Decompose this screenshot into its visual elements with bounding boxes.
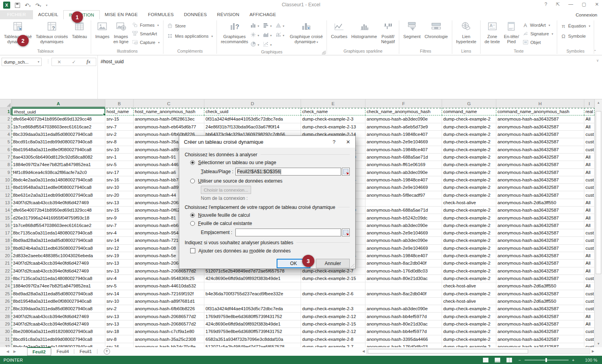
- cell-A28[interactable]: 340f7d2fcaab43ccb394e0fd6d427469: [12, 313, 105, 320]
- cell-I23[interactable]: cust: [584, 275, 595, 282]
- cell-B29[interactable]: srv-13: [105, 320, 134, 328]
- cell-C27[interactable]: anonymous-hash-6fb60b8226: [134, 305, 204, 313]
- cell-B8[interactable]: srv-5: [105, 161, 134, 168]
- ribbon-button-segment[interactable]: Segment: [401, 20, 422, 40]
- row-header-28[interactable]: 28: [0, 313, 12, 320]
- cell-H8[interactable]: anonymous-hash-aa36432587: [496, 161, 584, 168]
- cell-G24[interactable]: check-host-alive: [442, 282, 496, 290]
- cell-H28[interactable]: anonymous-hash-aa36432587: [496, 313, 584, 320]
- cell-C2[interactable]: anonymous-hash-0f628613ec: [134, 115, 204, 123]
- cell-G5[interactable]: dump-check-example-2: [442, 138, 496, 146]
- cell-I15[interactable]: All: [584, 214, 595, 221]
- cell-G18[interactable]: dump-check-example-2: [442, 237, 496, 244]
- cell-I22[interactable]: All: [584, 267, 595, 275]
- cell-I2[interactable]: All: [584, 115, 595, 123]
- cell-A22[interactable]: 340f7d2fcaab43ccb394e0fd6d427469: [12, 267, 105, 275]
- ribbon-button-smartart[interactable]: SmartArt: [130, 29, 161, 38]
- row-header-2[interactable]: 2: [0, 115, 12, 123]
- row-header-4[interactable]: 4: [0, 131, 12, 138]
- cell-A15[interactable]: d26e317996a24416955f04f759f93c18: [12, 214, 105, 221]
- cell-A27[interactable]: 8bc339daa0a311eda85d080027940ca8: [12, 305, 105, 313]
- vertical-scrollbar[interactable]: ▲ ▼: [595, 99, 602, 347]
- cell-B28[interactable]: srv-13: [105, 313, 134, 320]
- tab-mise-en-page[interactable]: MISE EN PAGE: [100, 10, 143, 19]
- cell-E25[interactable]: dump-check-example-2-6: [301, 290, 365, 298]
- cell-A31[interactable]: 8bcd91c8a0a311edb99d080027940ca8: [12, 335, 105, 343]
- ribbon-button-objet[interactable]: Objet: [521, 38, 555, 47]
- ribbon-button-zone-de-texte[interactable]: AZonede texte: [483, 20, 502, 45]
- cell-B17[interactable]: srv-4: [105, 229, 134, 237]
- cell-G11[interactable]: dump-check-example-2: [442, 184, 496, 191]
- ribbon-button-signature[interactable]: Signature▾: [521, 29, 555, 38]
- tab-accueil[interactable]: ACCUEIL: [33, 10, 63, 19]
- bar-chart-button[interactable]: ▾: [263, 22, 275, 30]
- cell-D32[interactable]: 512071c5e2b49849ed7d72ae5f657578: [204, 343, 301, 347]
- page-layout-view-icon[interactable]: [495, 358, 500, 362]
- radio-external-source[interactable]: Utiliser une source de données externes: [190, 177, 350, 185]
- cell-E32[interactable]: dump-check-example-2-7: [301, 343, 365, 347]
- row-header-7[interactable]: 7: [0, 154, 12, 161]
- ribbon-button-wordart[interactable]: AWordArt▾: [521, 21, 555, 29]
- cell-A14[interactable]: dfe65e40072b41b8950ed69d1329cc48: [12, 207, 105, 214]
- cell-B16[interactable]: srv-7: [105, 222, 134, 229]
- cell-I9[interactable]: All: [584, 169, 595, 176]
- cell-A30[interactable]: 8be20806a0a311ed9182080027940ca8: [12, 328, 105, 335]
- cell-G27[interactable]: dump-check-example-2: [442, 305, 496, 313]
- ribbon-button-store[interactable]: Store: [165, 21, 215, 31]
- row-header-24[interactable]: 24: [0, 282, 12, 290]
- cell-H21[interactable]: anonymous-hash-aa36432587: [496, 260, 584, 267]
- cell-G22[interactable]: dump-check-example-2: [442, 267, 496, 275]
- row-header-18[interactable]: 18: [0, 237, 12, 244]
- cell-H30[interactable]: anonymous-hash-aa36432587: [496, 328, 584, 335]
- cell-B32[interactable]: srv-16: [105, 343, 134, 347]
- cell-I26[interactable]: cust: [584, 298, 595, 305]
- cell-B20[interactable]: srv-19: [105, 252, 134, 260]
- zoom-percentage[interactable]: 100 %: [581, 358, 597, 362]
- cell-I19[interactable]: cust: [584, 245, 595, 252]
- cell-B7[interactable]: srv-1: [105, 154, 134, 161]
- cell-B26[interactable]: srv-10: [105, 298, 134, 305]
- row-header-12[interactable]: 12: [0, 191, 12, 199]
- vertical-scrollbar-thumb[interactable]: [596, 111, 601, 274]
- cell-H22[interactable]: anonymous-hash-aa36432587: [496, 267, 584, 275]
- normal-view-icon[interactable]: [483, 358, 488, 362]
- cell-G14[interactable]: dump-check-example-2: [442, 207, 496, 214]
- cell-E27[interactable]: dump-check-example-2-3: [301, 305, 365, 313]
- cell-H31[interactable]: anonymous-hash-aa36432587: [496, 335, 584, 343]
- cell-F23[interactable]: anonymous-hash-80e21d30ac: [365, 275, 442, 282]
- formula-content[interactable]: #host_uuid: [101, 59, 124, 64]
- cell-A2[interactable]: dfe65e40072b41b8950ed69d1329cc48: [12, 115, 105, 123]
- radio-select-range[interactable]: Sélectionner un tableau ou une plage: [190, 158, 350, 166]
- radio-new-sheet-icon[interactable]: [190, 213, 195, 218]
- radar-chart-button[interactable]: ▾: [250, 32, 263, 39]
- cell-A16[interactable]: 1b7ce868df5547038603eec61616cae2: [12, 222, 105, 229]
- row-header-6[interactable]: 6: [0, 146, 12, 154]
- cell-F31[interactable]: anonymous-hash-3395da4466: [365, 335, 442, 343]
- cell-H15[interactable]: anonymous-hash-aa36432587: [496, 214, 584, 221]
- cell-E26[interactable]: [301, 298, 365, 305]
- row-header-13[interactable]: 13: [0, 199, 12, 207]
- cell-I7[interactable]: All: [584, 154, 595, 161]
- row-header-17[interactable]: 17: [0, 229, 12, 237]
- cell-A7[interactable]: 8ae43305c6b6490d8129c92d58ca8082: [12, 154, 105, 161]
- cell-H5[interactable]: anonymous-hash-aa36432587: [496, 138, 584, 146]
- row-header-23[interactable]: 23: [0, 275, 12, 282]
- name-box-dropdown-icon[interactable]: ▾: [38, 60, 39, 64]
- sheet-tab-feuil2[interactable]: Feuil2: [27, 347, 51, 356]
- cell-F21[interactable]: anonymous-hash-8ac2db040f: [365, 260, 442, 267]
- cell-D28[interactable]: 1769d9759e8be6d3680ff5739f431752: [204, 313, 301, 320]
- cell-B13[interactable]: srv-13: [105, 199, 134, 207]
- cell-G30[interactable]: dump-check-example-2: [442, 328, 496, 335]
- cell-F32[interactable]: anonymous-hash-176d0d8c03: [365, 343, 442, 347]
- ribbon-button-equation[interactable]: πÉquation▾: [559, 21, 592, 31]
- cell-A32[interactable]: 8bdc4e2aa0a311eda148080027940ca8: [12, 343, 105, 347]
- cell-G19[interactable]: dump-check-example-2: [442, 245, 496, 252]
- cell-B21[interactable]: srv-13: [105, 260, 134, 267]
- cell-H17[interactable]: anonymous-hash-aa36432587: [496, 229, 584, 237]
- column-chart-button[interactable]: ▾: [250, 22, 263, 30]
- cell-I14[interactable]: All: [584, 207, 595, 214]
- cell-F16[interactable]: anonymous-hash-ab3dec090e: [365, 222, 442, 229]
- row-header-10[interactable]: 10: [0, 176, 12, 184]
- cell-E1[interactable]: check_name: [301, 108, 365, 115]
- row-header-1[interactable]: 1: [0, 108, 12, 115]
